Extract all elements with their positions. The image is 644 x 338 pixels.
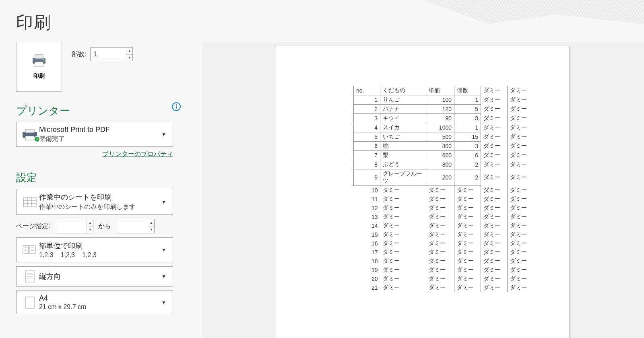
chevron-down-icon: ▼ xyxy=(159,199,169,205)
page-to-input[interactable] xyxy=(116,219,148,233)
down-icon[interactable]: ▼ xyxy=(87,227,93,233)
printer-section-title: プリンター xyxy=(16,104,185,118)
copies-up-icon[interactable]: ▲ xyxy=(126,48,132,55)
svg-rect-2 xyxy=(35,62,43,67)
table-row: 2バナナ1205ダミーダミー xyxy=(354,105,532,114)
svg-rect-13 xyxy=(30,245,35,254)
table-row: 6桃8003ダミーダミー xyxy=(354,142,532,151)
table-header: 個数 xyxy=(454,86,481,95)
table-header: no. xyxy=(354,86,380,95)
table-row: 14ダミーダミーダミーダミーダミー xyxy=(354,221,532,230)
page-to-spinner[interactable]: ▲ ▼ xyxy=(116,219,155,233)
copies-spinner[interactable]: ▲ ▼ xyxy=(90,47,133,61)
table-row: 13ダミーダミーダミーダミーダミー xyxy=(354,212,532,221)
table-row: 10ダミーダミーダミーダミーダミー xyxy=(354,186,532,195)
page-icon xyxy=(21,296,39,309)
table-header: 単価 xyxy=(426,86,454,95)
paper-size-select[interactable]: A4 21 cm x 29.7 cm ▼ xyxy=(16,291,173,314)
svg-rect-7 xyxy=(23,197,36,207)
copies-down-icon[interactable]: ▼ xyxy=(126,55,132,61)
preview-page: no.くだもの単価個数ダミーダミー 1りんご1001ダミーダミー2バナナ1205… xyxy=(276,46,570,338)
collate-select[interactable]: 部単位で印刷 1,2,3 1,2,3 1,2,3 ▼ xyxy=(16,237,173,262)
print-button[interactable]: 印刷 xyxy=(16,42,62,92)
chevron-down-icon: ▼ xyxy=(159,132,169,137)
table-header: ダミー xyxy=(481,86,508,95)
settings-pane: 印刷 部数: ▲ ▼ i プリンター xyxy=(0,42,201,338)
copies-input[interactable] xyxy=(91,48,126,61)
check-icon: ✓ xyxy=(34,136,40,142)
chevron-down-icon: ▼ xyxy=(159,300,169,305)
table-row: 1りんご1001ダミーダミー xyxy=(354,95,532,105)
page-to-label: から xyxy=(98,222,111,231)
table-row: 20ダミーダミーダミーダミーダミー xyxy=(354,274,532,283)
svg-point-3 xyxy=(43,59,44,60)
preview-pane: no.くだもの単価個数ダミーダミー 1りんご1001ダミーダミー2バナナ1205… xyxy=(201,42,644,338)
table-row: 7梨6006ダミーダミー xyxy=(354,151,532,160)
svg-rect-12 xyxy=(23,245,29,254)
table-row: 15ダミーダミーダミーダミーダミー xyxy=(354,230,532,239)
collate-line1: 部単位で印刷 xyxy=(39,241,159,251)
table-row: 12ダミーダミーダミーダミーダミー xyxy=(354,204,532,212)
main-layout: 印刷 部数: ▲ ▼ i プリンター xyxy=(0,42,644,338)
copies-label: 部数: xyxy=(72,50,86,59)
orientation-line1: 縦方向 xyxy=(39,272,159,281)
chevron-down-icon: ▼ xyxy=(159,274,169,279)
table-row: 4スイカ10001ダミーダミー xyxy=(354,123,532,132)
print-what-line1: 作業中のシートを印刷 xyxy=(39,192,159,202)
printer-status-icon: ✓ xyxy=(21,128,39,141)
sheets-icon xyxy=(21,196,39,208)
collate-line2: 1,2,3 1,2,3 1,2,3 xyxy=(39,251,159,259)
table-row: 11ダミーダミーダミーダミーダミー xyxy=(354,195,532,204)
table-row: 19ダミーダミーダミーダミーダミー xyxy=(354,266,532,274)
collate-icon xyxy=(21,244,39,256)
page-spec-label: ページ指定: xyxy=(16,222,50,231)
page-portrait-icon xyxy=(21,270,39,283)
table-header: ダミー xyxy=(508,86,532,95)
preview-table: no.くだもの単価個数ダミーダミー 1りんご1001ダミーダミー2バナナ1205… xyxy=(353,86,532,292)
table-row: 8ぶどう8002ダミーダミー xyxy=(354,160,532,169)
printer-properties-link[interactable]: プリンターのプロパティ xyxy=(102,150,173,157)
table-row: 9グレープフルーツ2002ダミーダミー xyxy=(354,169,532,186)
table-row: 17ダミーダミーダミーダミーダミー xyxy=(354,248,532,257)
settings-section-title: 設定 xyxy=(16,171,185,185)
table-row: 21ダミーダミーダミーダミーダミー xyxy=(354,283,532,292)
printer-icon xyxy=(30,54,48,69)
table-row: 5いちご50015ダミーダミー xyxy=(354,132,532,142)
printer-name: Microsoft Print to PDF xyxy=(39,126,159,134)
print-what-line2: 作業中のシートのみを印刷します xyxy=(39,203,159,211)
paper-size-line2: 21 cm x 29.7 cm xyxy=(39,303,159,311)
page-from-input[interactable] xyxy=(55,219,87,233)
print-what-select[interactable]: 作業中のシートを印刷 作業中のシートのみを印刷します ▼ xyxy=(16,189,173,215)
svg-rect-1 xyxy=(35,55,43,59)
down-icon[interactable]: ▼ xyxy=(148,227,154,233)
chevron-down-icon: ▼ xyxy=(159,247,169,253)
paper-size-line1: A4 xyxy=(39,294,159,303)
table-row: 3キウイ903ダミーダミー xyxy=(354,114,532,123)
table-row: 18ダミーダミーダミーダミーダミー xyxy=(354,257,532,266)
printer-select[interactable]: ✓ Microsoft Print to PDF 準備完了 ▼ xyxy=(16,122,173,147)
table-header: くだもの xyxy=(380,86,426,95)
svg-rect-5 xyxy=(25,129,34,133)
table-row: 16ダミーダミーダミーダミーダミー xyxy=(354,239,532,248)
info-icon[interactable]: i xyxy=(172,102,181,111)
page-from-spinner[interactable]: ▲ ▼ xyxy=(55,219,93,233)
orientation-select[interactable]: 縦方向 ▼ xyxy=(16,266,173,286)
print-button-label: 印刷 xyxy=(33,72,45,80)
svg-rect-6 xyxy=(25,136,34,140)
printer-status: 準備完了 xyxy=(39,135,159,143)
svg-rect-25 xyxy=(25,297,34,308)
up-icon[interactable]: ▲ xyxy=(148,219,154,227)
up-icon[interactable]: ▲ xyxy=(87,219,93,227)
